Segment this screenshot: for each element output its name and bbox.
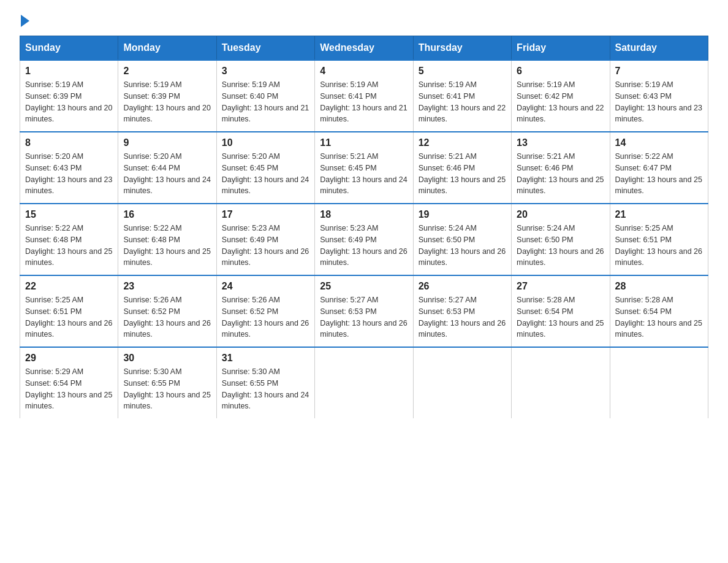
calendar-cell: 1Sunrise: 5:19 AMSunset: 6:39 PMDaylight…	[20, 60, 118, 132]
calendar-cell	[610, 347, 708, 418]
day-number: 2	[123, 66, 211, 77]
calendar-week-row: 29Sunrise: 5:29 AMSunset: 6:54 PMDayligh…	[20, 347, 708, 418]
calendar-week-row: 15Sunrise: 5:22 AMSunset: 6:48 PMDayligh…	[20, 204, 708, 275]
day-number: 26	[419, 281, 506, 292]
calendar-header-row: SundayMondayTuesdayWednesdayThursdayFrid…	[20, 36, 708, 61]
day-info: Sunrise: 5:24 AMSunset: 6:50 PMDaylight:…	[419, 223, 506, 269]
page-header	[20, 15, 708, 26]
day-info: Sunrise: 5:21 AMSunset: 6:46 PMDaylight:…	[419, 151, 506, 197]
day-number: 27	[517, 281, 604, 292]
calendar-cell: 23Sunrise: 5:26 AMSunset: 6:52 PMDayligh…	[118, 275, 216, 347]
calendar-cell: 24Sunrise: 5:26 AMSunset: 6:52 PMDayligh…	[216, 275, 314, 347]
day-info: Sunrise: 5:19 AMSunset: 6:41 PMDaylight:…	[320, 79, 408, 125]
day-info: Sunrise: 5:22 AMSunset: 6:48 PMDaylight:…	[25, 223, 113, 269]
day-info: Sunrise: 5:23 AMSunset: 6:49 PMDaylight:…	[320, 223, 408, 269]
day-number: 6	[517, 66, 604, 77]
header-tuesday: Tuesday	[216, 36, 314, 61]
day-number: 23	[123, 281, 211, 292]
calendar-cell: 14Sunrise: 5:22 AMSunset: 6:47 PMDayligh…	[610, 132, 708, 204]
day-number: 22	[25, 281, 113, 292]
calendar-cell: 9Sunrise: 5:20 AMSunset: 6:44 PMDaylight…	[118, 132, 216, 204]
day-number: 11	[320, 137, 408, 148]
day-info: Sunrise: 5:30 AMSunset: 6:55 PMDaylight:…	[123, 366, 211, 412]
day-number: 19	[419, 209, 506, 220]
day-info: Sunrise: 5:19 AMSunset: 6:39 PMDaylight:…	[123, 79, 211, 125]
calendar-cell: 21Sunrise: 5:25 AMSunset: 6:51 PMDayligh…	[610, 204, 708, 275]
calendar-cell: 27Sunrise: 5:28 AMSunset: 6:54 PMDayligh…	[512, 275, 610, 347]
day-number: 9	[123, 137, 211, 148]
header-saturday: Saturday	[610, 36, 708, 61]
day-number: 14	[615, 137, 703, 148]
calendar-cell: 16Sunrise: 5:22 AMSunset: 6:48 PMDayligh…	[118, 204, 216, 275]
calendar-cell: 3Sunrise: 5:19 AMSunset: 6:40 PMDaylight…	[216, 60, 314, 132]
calendar-cell: 10Sunrise: 5:20 AMSunset: 6:45 PMDayligh…	[216, 132, 314, 204]
day-number: 1	[25, 66, 113, 77]
day-number: 13	[517, 137, 604, 148]
calendar-week-row: 22Sunrise: 5:25 AMSunset: 6:51 PMDayligh…	[20, 275, 708, 347]
calendar-cell: 20Sunrise: 5:24 AMSunset: 6:50 PMDayligh…	[512, 204, 610, 275]
day-info: Sunrise: 5:26 AMSunset: 6:52 PMDaylight:…	[123, 294, 211, 340]
calendar-week-row: 8Sunrise: 5:20 AMSunset: 6:43 PMDaylight…	[20, 132, 708, 204]
day-number: 16	[123, 209, 211, 220]
calendar-cell: 22Sunrise: 5:25 AMSunset: 6:51 PMDayligh…	[20, 275, 118, 347]
calendar-cell: 11Sunrise: 5:21 AMSunset: 6:45 PMDayligh…	[315, 132, 413, 204]
calendar-cell: 15Sunrise: 5:22 AMSunset: 6:48 PMDayligh…	[20, 204, 118, 275]
calendar-cell: 4Sunrise: 5:19 AMSunset: 6:41 PMDaylight…	[315, 60, 413, 132]
day-number: 30	[123, 353, 211, 364]
header-friday: Friday	[512, 36, 610, 61]
day-info: Sunrise: 5:25 AMSunset: 6:51 PMDaylight:…	[25, 294, 113, 340]
day-number: 21	[615, 209, 703, 220]
calendar-cell: 25Sunrise: 5:27 AMSunset: 6:53 PMDayligh…	[315, 275, 413, 347]
day-info: Sunrise: 5:27 AMSunset: 6:53 PMDaylight:…	[320, 294, 408, 340]
day-info: Sunrise: 5:29 AMSunset: 6:54 PMDaylight:…	[25, 366, 113, 412]
day-number: 8	[25, 137, 113, 148]
day-info: Sunrise: 5:28 AMSunset: 6:54 PMDaylight:…	[517, 294, 604, 340]
header-sunday: Sunday	[20, 36, 118, 61]
day-number: 20	[517, 209, 604, 220]
calendar-table: SundayMondayTuesdayWednesdayThursdayFrid…	[20, 36, 708, 418]
calendar-cell: 5Sunrise: 5:19 AMSunset: 6:41 PMDaylight…	[413, 60, 511, 132]
day-number: 31	[222, 353, 309, 364]
day-info: Sunrise: 5:24 AMSunset: 6:50 PMDaylight:…	[517, 223, 604, 269]
logo	[20, 15, 29, 26]
calendar-cell	[413, 347, 511, 418]
day-info: Sunrise: 5:20 AMSunset: 6:43 PMDaylight:…	[25, 151, 113, 197]
day-number: 4	[320, 66, 408, 77]
day-info: Sunrise: 5:19 AMSunset: 6:40 PMDaylight:…	[222, 79, 309, 125]
calendar-cell: 18Sunrise: 5:23 AMSunset: 6:49 PMDayligh…	[315, 204, 413, 275]
day-info: Sunrise: 5:20 AMSunset: 6:44 PMDaylight:…	[123, 151, 211, 197]
calendar-cell: 31Sunrise: 5:30 AMSunset: 6:55 PMDayligh…	[216, 347, 314, 418]
day-info: Sunrise: 5:19 AMSunset: 6:42 PMDaylight:…	[517, 79, 604, 125]
day-number: 12	[419, 137, 506, 148]
calendar-cell: 19Sunrise: 5:24 AMSunset: 6:50 PMDayligh…	[413, 204, 511, 275]
calendar-cell: 13Sunrise: 5:21 AMSunset: 6:46 PMDayligh…	[512, 132, 610, 204]
day-info: Sunrise: 5:22 AMSunset: 6:48 PMDaylight:…	[123, 223, 211, 269]
calendar-cell	[315, 347, 413, 418]
day-info: Sunrise: 5:21 AMSunset: 6:45 PMDaylight:…	[320, 151, 408, 197]
day-number: 7	[615, 66, 703, 77]
calendar-cell: 30Sunrise: 5:30 AMSunset: 6:55 PMDayligh…	[118, 347, 216, 418]
calendar-cell: 2Sunrise: 5:19 AMSunset: 6:39 PMDaylight…	[118, 60, 216, 132]
day-info: Sunrise: 5:30 AMSunset: 6:55 PMDaylight:…	[222, 366, 309, 412]
day-info: Sunrise: 5:21 AMSunset: 6:46 PMDaylight:…	[517, 151, 604, 197]
day-number: 10	[222, 137, 309, 148]
logo-arrow-icon	[21, 15, 29, 27]
day-info: Sunrise: 5:19 AMSunset: 6:41 PMDaylight:…	[419, 79, 506, 125]
calendar-cell	[512, 347, 610, 418]
calendar-cell: 8Sunrise: 5:20 AMSunset: 6:43 PMDaylight…	[20, 132, 118, 204]
day-number: 3	[222, 66, 309, 77]
calendar-cell: 6Sunrise: 5:19 AMSunset: 6:42 PMDaylight…	[512, 60, 610, 132]
calendar-cell: 12Sunrise: 5:21 AMSunset: 6:46 PMDayligh…	[413, 132, 511, 204]
header-monday: Monday	[118, 36, 216, 61]
day-info: Sunrise: 5:23 AMSunset: 6:49 PMDaylight:…	[222, 223, 309, 269]
calendar-cell: 28Sunrise: 5:28 AMSunset: 6:54 PMDayligh…	[610, 275, 708, 347]
day-number: 24	[222, 281, 309, 292]
day-number: 29	[25, 353, 113, 364]
calendar-cell: 7Sunrise: 5:19 AMSunset: 6:43 PMDaylight…	[610, 60, 708, 132]
day-info: Sunrise: 5:28 AMSunset: 6:54 PMDaylight:…	[615, 294, 703, 340]
day-info: Sunrise: 5:27 AMSunset: 6:53 PMDaylight:…	[419, 294, 506, 340]
day-number: 15	[25, 209, 113, 220]
day-number: 17	[222, 209, 309, 220]
header-wednesday: Wednesday	[315, 36, 413, 61]
day-number: 18	[320, 209, 408, 220]
